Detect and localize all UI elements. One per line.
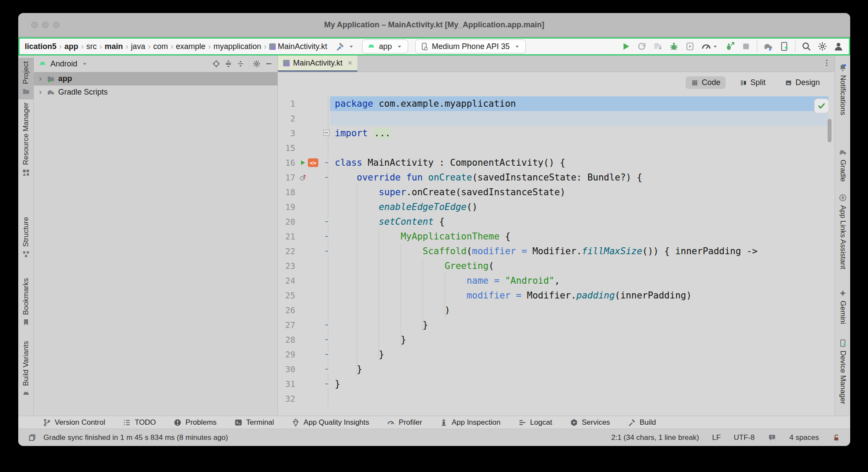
fold-marker-icon[interactable] [323, 380, 330, 387]
code-text[interactable]: Greeting( [335, 259, 494, 273]
encoding-widget[interactable]: UTF-8 [734, 433, 755, 442]
run-button[interactable] [620, 41, 631, 52]
fold-marker-icon[interactable] [323, 248, 330, 255]
code-text[interactable]: } [335, 318, 428, 332]
view-button-design[interactable]: Design [779, 76, 825, 89]
chevron-down-icon[interactable] [347, 43, 355, 50]
breadcrumb-item-mainactivity-kt[interactable]: MainActivity.kt [269, 42, 327, 51]
search-everywhere-button[interactable] [801, 41, 812, 52]
code-text[interactable]: } [335, 362, 362, 377]
line-number[interactable]: 27 [278, 318, 295, 332]
code-text[interactable]: package com.example.myapplication [335, 96, 516, 111]
account-button[interactable] [833, 41, 844, 52]
code-text[interactable]: class MainActivity : ComponentActivity()… [335, 155, 565, 170]
sidebar-item-resource-manager[interactable]: Resource Manager [18, 99, 34, 180]
sidebar-item-gemini[interactable]: Gemini [835, 285, 850, 328]
code-text[interactable]: Scaffold(modifier = Modifier.fillMaxSize… [335, 244, 758, 259]
run-gutter-icon[interactable] [299, 159, 307, 167]
line-number[interactable]: 16 [278, 155, 295, 170]
fold-marker-icon[interactable] [323, 321, 330, 328]
event-log-icon[interactable] [768, 433, 776, 442]
inspections-ok-icon[interactable] [815, 99, 828, 113]
tool-window-button-app-quality-insights[interactable]: App Quality Insights [291, 418, 369, 427]
chevron-right-icon[interactable] [37, 87, 43, 98]
apply-changes-button[interactable] [653, 41, 663, 52]
caret-position-widget[interactable]: 2:1 (34 chars, 1 line break) [611, 433, 699, 442]
minimize-window-button[interactable] [42, 22, 49, 28]
compose-preview-icon[interactable]: <> [308, 158, 318, 167]
close-tab-icon[interactable]: × [348, 59, 353, 68]
tool-window-button-app-inspection[interactable]: App Inspection [439, 418, 500, 427]
expand-all-icon[interactable] [224, 59, 233, 68]
chevron-down-icon[interactable] [513, 43, 521, 50]
zoom-window-button[interactable] [53, 22, 59, 28]
tool-window-button-logcat[interactable]: Logcat [518, 418, 552, 427]
collapse-all-icon[interactable] [236, 59, 245, 68]
debug-button[interactable] [669, 41, 679, 52]
code-text[interactable]: name = "Android", [335, 273, 560, 288]
tool-window-button-todo[interactable]: TODO [122, 418, 156, 427]
fold-marker-icon[interactable] [323, 366, 330, 373]
indent-widget[interactable]: 4 spaces [789, 433, 819, 442]
code-text[interactable]: enableEdgeToEdge() [335, 200, 478, 214]
fold-marker-icon[interactable] [323, 218, 330, 225]
line-number[interactable]: 1 [278, 96, 295, 111]
code-text[interactable]: import ... [335, 126, 391, 141]
line-number[interactable]: 26 [278, 303, 295, 318]
code-text[interactable]: MyApplicationTheme { [335, 229, 511, 244]
fold-marker-icon[interactable] [323, 351, 330, 358]
code-text[interactable]: ) [335, 303, 450, 318]
close-window-button[interactable] [31, 22, 38, 28]
line-number[interactable]: 24 [278, 273, 295, 288]
line-number[interactable]: 31 [278, 377, 295, 391]
breadcrumb-item-src[interactable]: src [86, 42, 97, 51]
locate-icon[interactable] [212, 59, 221, 68]
line-number[interactable]: 15 [278, 141, 295, 155]
editor-tab-mainactivity[interactable]: MainActivity.kt× [278, 56, 357, 72]
sync-gradle-button[interactable] [763, 41, 773, 52]
line-number[interactable]: 25 [278, 288, 295, 303]
settings-icon[interactable] [252, 59, 261, 68]
device-manager-button[interactable] [779, 41, 789, 52]
line-number[interactable]: 23 [278, 259, 295, 273]
fold-marker-icon[interactable] [323, 159, 330, 166]
device-dropdown[interactable]: Medium Phone API 35 [415, 39, 526, 53]
breadcrumb-item-java[interactable]: java [131, 42, 145, 51]
breadcrumb-item-lication5[interactable]: lication5 [25, 42, 56, 51]
readonly-lock-icon[interactable] [832, 433, 841, 442]
chevron-down-icon[interactable] [396, 43, 403, 50]
line-number[interactable]: 30 [278, 362, 295, 377]
override-method-icon[interactable] [299, 173, 307, 182]
profile-app-button[interactable] [725, 41, 735, 52]
line-number[interactable]: 18 [278, 185, 295, 200]
line-number[interactable]: 20 [278, 214, 295, 229]
tool-window-button-build[interactable]: Build [627, 418, 656, 427]
sidebar-item-notifications[interactable]: Notifications [835, 60, 850, 119]
chevron-down-icon[interactable] [81, 60, 89, 68]
sidebar-item-app-links-assistant[interactable]: App Links Assistant [835, 190, 850, 272]
sidebar-item-project[interactable]: Project [18, 58, 34, 99]
sidebar-item-build-variants[interactable]: Build Variants [18, 338, 34, 401]
line-number[interactable]: 19 [278, 200, 295, 214]
line-number[interactable]: 32 [278, 391, 295, 406]
code-text[interactable]: override fun onCreate(savedInstanceState… [335, 170, 642, 185]
tree-item-app[interactable]: app [34, 72, 277, 85]
tool-windows-icon[interactable] [28, 433, 36, 442]
profiler-button[interactable] [701, 41, 719, 52]
build-hammer-icon[interactable] [335, 42, 345, 51]
tool-window-button-profiler[interactable]: Profiler [386, 418, 422, 427]
fold-marker-icon[interactable] [323, 130, 330, 136]
code-text[interactable]: } [335, 347, 384, 362]
line-number[interactable]: 3 [278, 126, 295, 141]
line-number[interactable]: 22 [278, 244, 295, 259]
line-number[interactable]: 21 [278, 229, 295, 244]
sidebar-item-gradle[interactable]: Gradle [835, 144, 850, 185]
code-text[interactable]: } [335, 332, 406, 347]
build-menu-button[interactable] [335, 42, 355, 51]
line-number[interactable]: 2 [278, 111, 295, 126]
run-configuration-dropdown[interactable]: app [362, 39, 408, 53]
breadcrumb-item-example[interactable]: example [176, 42, 205, 51]
sidebar-item-bookmarks[interactable]: Bookmarks [18, 275, 34, 330]
view-button-split[interactable]: Split [734, 76, 771, 89]
attach-debugger-button[interactable] [685, 41, 695, 52]
